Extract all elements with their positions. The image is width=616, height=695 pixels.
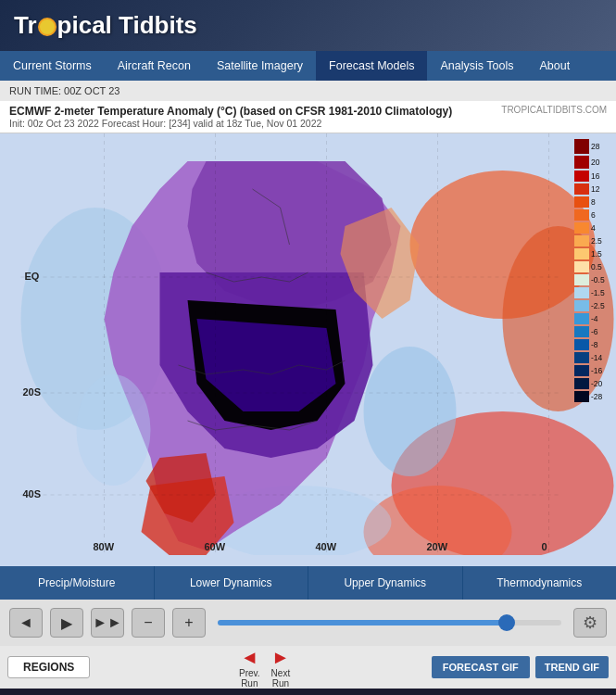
svg-point-7: [364, 347, 457, 476]
svg-text:60W: 60W: [205, 541, 226, 552]
svg-text:20W: 20W: [427, 541, 448, 552]
color-scale: 28 20 16 12 8 6 4 2.5 1.5 0.5 -0.5 -1.5 …: [574, 138, 607, 490]
plus-button[interactable]: +: [172, 608, 206, 638]
nav-about[interactable]: About: [526, 51, 583, 81]
trend-gif-button[interactable]: TREND GIF: [535, 656, 609, 678]
runtime-label: RUN TIME: 00Z OCT 23: [9, 85, 119, 96]
next-run-button[interactable]: ► NextRun: [271, 647, 291, 689]
play-button[interactable]: ▶: [50, 608, 83, 638]
next-run-label: NextRun: [271, 668, 291, 689]
prev-run-arrow: ◄: [240, 647, 258, 668]
nav-forecast-models[interactable]: Forecast Models: [316, 51, 427, 81]
prev-run-label: Prev.Run: [239, 668, 260, 689]
tab-thermodynamics[interactable]: Thermodynamics: [463, 566, 617, 600]
map-subtitle: Init: 00z Oct 23 2022 Forecast Hour: [23…: [9, 118, 607, 129]
forecast-gif-button[interactable]: FORECAST GIF: [432, 656, 530, 678]
logo[interactable]: Trpical Tidbits: [14, 11, 197, 40]
map-image[interactable]: EQ 20S 40S 80W 60W 40W 20W 0 28 20 16 12…: [0, 133, 616, 555]
logo-text: Tr: [14, 11, 37, 39]
controls-bar: ◄ ▶ ►► − + ⚙: [0, 600, 616, 646]
skip-forward-button[interactable]: ►►: [91, 608, 124, 638]
watermark: TROPICALTIDBITS.COM: [501, 105, 607, 115]
run-navigation: ◄ Prev.Run ► NextRun: [97, 647, 431, 689]
logo-text2: pical Tidbits: [57, 11, 197, 39]
tab-bar: Precip/Moisture Lower Dynamics Upper Dyn…: [0, 566, 616, 600]
logo-sun-icon: [38, 18, 57, 36]
nav-analysis-tools[interactable]: Analysis Tools: [427, 51, 526, 81]
svg-point-8: [77, 374, 151, 486]
prev-run-button[interactable]: ◄ Prev.Run: [239, 647, 260, 689]
regions-button[interactable]: REGIONS: [7, 656, 90, 678]
svg-text:40S: 40S: [23, 488, 42, 499]
tab-upper-dynamics[interactable]: Upper Dynamics: [308, 566, 463, 600]
gif-buttons: FORECAST GIF TREND GIF: [432, 656, 609, 678]
skip-back-button[interactable]: ◄: [9, 608, 43, 638]
svg-text:80W: 80W: [94, 541, 115, 552]
settings-button[interactable]: ⚙: [573, 608, 607, 638]
tab-lower-dynamics[interactable]: Lower Dynamics: [155, 566, 309, 600]
nav-satellite-imagery[interactable]: Satellite Imagery: [204, 51, 316, 81]
map-title-area: TROPICALTIDBITS.COM ECMWF 2-meter Temper…: [0, 101, 616, 133]
svg-text:20S: 20S: [23, 386, 42, 398]
svg-text:EQ: EQ: [25, 271, 40, 282]
weather-map-svg: EQ 20S 40S 80W 60W 40W 20W 0: [0, 133, 616, 555]
nav-aircraft-recon[interactable]: Aircraft Recon: [105, 51, 204, 81]
svg-text:40W: 40W: [316, 541, 337, 552]
bottom-bar: REGIONS ◄ Prev.Run ► NextRun FORECAST GI…: [0, 646, 616, 689]
next-run-arrow: ►: [271, 647, 290, 668]
runtime-bar: RUN TIME: 00Z OCT 23: [0, 81, 616, 101]
nav-bar: Current Storms Aircraft Recon Satellite …: [0, 51, 616, 81]
nav-current-storms[interactable]: Current Storms: [0, 51, 105, 81]
svg-text:0: 0: [542, 541, 547, 552]
timeline-slider-container[interactable]: [218, 620, 561, 626]
minus-button[interactable]: −: [132, 608, 165, 638]
header: Trpical Tidbits: [0, 0, 616, 51]
map-container: TROPICALTIDBITS.COM ECMWF 2-meter Temper…: [0, 101, 616, 566]
slider-thumb[interactable]: [498, 614, 515, 631]
timeline-slider[interactable]: [218, 620, 561, 626]
tab-precip-moisture[interactable]: Precip/Moisture: [0, 566, 155, 600]
